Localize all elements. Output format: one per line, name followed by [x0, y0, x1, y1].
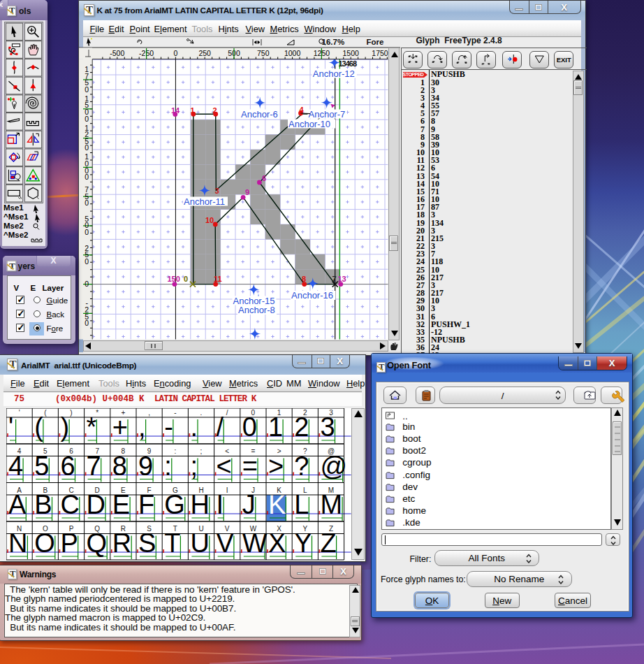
- svg-text:X: X: [268, 528, 286, 558]
- svg-text:7: 7: [87, 452, 101, 481]
- svg-text:*: *: [87, 412, 97, 442]
- svg-text:10: 10: [205, 216, 214, 224]
- svg-text:': ': [8, 412, 13, 442]
- svg-text:Anchor-12: Anchor-12: [313, 68, 355, 79]
- svg-text:0: 0: [242, 412, 257, 442]
- svg-text:Z: Z: [320, 528, 336, 558]
- svg-text:1: 1: [268, 412, 283, 442]
- svg-text:): ): [60, 412, 69, 442]
- svg-text:1500: 1500: [85, 94, 89, 123]
- svg-text:K: K: [268, 490, 286, 519]
- svg-text:2: 2: [294, 412, 309, 442]
- svg-text:,: ,: [138, 412, 146, 442]
- svg-text:<: <: [217, 452, 232, 481]
- svg-text:;: ;: [190, 452, 198, 481]
- svg-text:9: 9: [138, 452, 153, 481]
- svg-text:13: 13: [338, 275, 346, 283]
- svg-text:Anchor-6: Anchor-6: [241, 109, 278, 120]
- svg-text:3: 3: [215, 187, 219, 195]
- svg-text:G: G: [164, 490, 185, 519]
- svg-text:B: B: [34, 490, 52, 519]
- svg-text:1750: 1750: [85, 65, 89, 94]
- svg-text:-500: -500: [110, 49, 124, 57]
- svg-text:Anchor-10: Anchor-10: [288, 119, 330, 129]
- svg-text:(: (: [34, 412, 43, 442]
- svg-text:H: H: [190, 490, 209, 519]
- svg-text:-: -: [164, 412, 173, 442]
- svg-text:+: +: [112, 412, 128, 442]
- svg-text:Anchor-16: Anchor-16: [291, 290, 333, 301]
- svg-text:250: 250: [85, 244, 89, 266]
- svg-text:L: L: [294, 490, 309, 519]
- svg-text:8: 8: [302, 275, 306, 283]
- svg-text:U: U: [190, 528, 209, 558]
- svg-text:11: 11: [214, 275, 222, 283]
- svg-text:13468: 13468: [339, 59, 357, 68]
- svg-text:R: R: [112, 528, 131, 558]
- svg-text:;: ;: [200, 447, 203, 455]
- svg-text:Anchor-7: Anchor-7: [309, 109, 346, 120]
- svg-text:I: I: [226, 486, 228, 494]
- svg-text:5: 5: [34, 452, 49, 481]
- svg-text:I: I: [217, 490, 224, 519]
- svg-text:,: ,: [148, 409, 150, 417]
- svg-text:1500: 1500: [343, 49, 360, 57]
- svg-text:0: 0: [173, 49, 177, 57]
- svg-text:T: T: [164, 528, 180, 558]
- svg-text:500: 500: [85, 215, 89, 236]
- svg-text:Anchor-11: Anchor-11: [184, 196, 225, 207]
- svg-text:EXIT: EXIT: [556, 56, 571, 64]
- svg-text:4: 4: [8, 452, 23, 481]
- svg-text:>: >: [268, 452, 284, 481]
- svg-text:?: ?: [294, 452, 309, 481]
- svg-text:C: C: [60, 490, 79, 519]
- svg-text:1000: 1000: [284, 49, 301, 57]
- svg-text:9: 9: [245, 188, 249, 196]
- svg-text:/: /: [226, 409, 228, 417]
- svg-text:=: =: [242, 452, 258, 481]
- svg-text:250: 250: [198, 49, 211, 57]
- svg-text:750: 750: [85, 185, 89, 207]
- svg-text:-: -: [174, 409, 176, 417]
- svg-text:M: M: [320, 490, 342, 519]
- svg-text:S: S: [138, 528, 156, 558]
- svg-text:0: 0: [85, 280, 89, 288]
- svg-text:.: .: [200, 409, 203, 417]
- svg-text:W: W: [242, 528, 268, 558]
- svg-text:@: @: [320, 452, 347, 481]
- svg-text:': ': [19, 409, 20, 417]
- svg-text:P: P: [60, 528, 78, 558]
- svg-text:Anchor-8: Anchor-8: [238, 305, 275, 315]
- svg-text:J: J: [242, 490, 256, 519]
- svg-text:8: 8: [112, 452, 127, 481]
- svg-text::: :: [174, 447, 176, 455]
- svg-text:6: 6: [60, 452, 75, 481]
- svg-text:6: 6: [262, 174, 266, 182]
- svg-text:/: /: [217, 412, 224, 442]
- svg-text:750: 750: [257, 49, 270, 57]
- svg-text:0: 0: [184, 275, 188, 283]
- svg-text:Y: Y: [294, 528, 312, 558]
- svg-text:N: N: [8, 528, 27, 558]
- svg-text:3: 3: [320, 412, 335, 442]
- svg-text:E: E: [112, 490, 130, 519]
- svg-text:): ): [70, 409, 72, 417]
- svg-text::: :: [164, 452, 172, 481]
- svg-text:Q: Q: [87, 528, 108, 558]
- svg-text:V: V: [217, 528, 235, 558]
- svg-text:F: F: [138, 490, 154, 519]
- svg-text:1000: 1000: [85, 152, 89, 181]
- svg-text:1750: 1750: [372, 49, 388, 57]
- svg-text:150: 150: [168, 275, 180, 283]
- svg-text:D: D: [87, 490, 105, 519]
- svg-text:1250: 1250: [85, 124, 89, 152]
- svg-text:.: .: [190, 412, 198, 442]
- svg-text:A: A: [8, 490, 27, 519]
- svg-text:O: O: [34, 528, 55, 558]
